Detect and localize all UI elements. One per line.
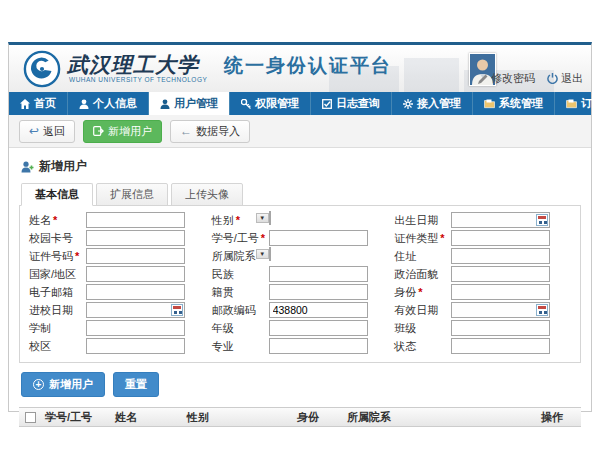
field-label: 进校日期 — [29, 304, 73, 316]
form-field-address: 住址 — [391, 247, 574, 265]
nav-item-subscription-management[interactable]: 订阅管理 — [554, 92, 600, 115]
nav-label: 权限管理 — [255, 96, 299, 111]
nav-item-home[interactable]: 首页 — [9, 92, 67, 115]
app-window: 武汉理工大学 WUHAN UNIVERSITY OF TECHNOLOGY 统一… — [8, 42, 592, 412]
id-type-input[interactable] — [451, 230, 550, 246]
status-input[interactable] — [451, 338, 550, 354]
form-field-class: 班级 — [391, 319, 574, 337]
tab-basic-info[interactable]: 基本信息 — [21, 183, 93, 206]
school-system-input[interactable] — [86, 320, 185, 336]
log-check-icon — [322, 99, 332, 109]
add-user-icon — [93, 126, 104, 136]
form-field-department: 所属院系 ▼ — [209, 247, 392, 265]
nav-label: 系统管理 — [499, 96, 543, 111]
address-input[interactable] — [451, 248, 550, 264]
field-label: 学制 — [29, 322, 51, 334]
required-asterisk: * — [261, 232, 265, 244]
toolbar: ↩ 返回 新增用户 ← 数据导入 — [9, 115, 591, 148]
power-icon — [547, 73, 558, 84]
home-icon — [20, 99, 30, 109]
field-label: 住址 — [394, 250, 416, 262]
student-id-input[interactable] — [269, 230, 368, 246]
campus-input[interactable] — [86, 338, 185, 354]
nav-item-access-management[interactable]: 接入管理 — [391, 92, 472, 115]
required-asterisk: * — [53, 214, 57, 226]
gear-icon — [403, 99, 413, 109]
col-name: 姓名 — [111, 410, 183, 425]
required-asterisk: * — [236, 214, 240, 226]
department-select[interactable]: ▼ — [269, 247, 271, 261]
form-field-birth-date: 出生日期 — [391, 211, 574, 229]
tab-upload-avatar[interactable]: 上传头像 — [171, 183, 243, 206]
skyline-watermark — [404, 58, 459, 92]
form-field-identity: 身份* — [391, 283, 574, 301]
identity-input[interactable] — [451, 284, 550, 300]
campus-card-input[interactable] — [86, 230, 185, 246]
content-panel: 新增用户 基本信息 扩展信息 上传头像 姓名* 性别* ▼ 出生日期 — [9, 148, 591, 411]
back-button[interactable]: ↩ 返回 — [19, 120, 75, 143]
nav-item-permission-management[interactable]: 权限管理 — [229, 92, 310, 115]
ethnicity-input[interactable] — [269, 266, 368, 282]
form-field-country: 国家/地区 — [26, 265, 209, 283]
grade-input[interactable] — [269, 320, 368, 336]
gender-select[interactable]: ▼ — [269, 211, 271, 225]
form-field-campus: 校区 — [26, 337, 209, 355]
form-field-grade: 年级 — [209, 319, 392, 337]
required-asterisk: * — [418, 286, 422, 298]
postcode-input[interactable] — [269, 302, 368, 318]
name-input[interactable] — [86, 212, 185, 228]
col-gender: 性别 — [183, 410, 293, 425]
calendar-icon[interactable] — [171, 304, 183, 316]
platform-title: 统一身份认证平台 — [224, 53, 392, 79]
form-field-school-system: 学制 — [26, 319, 209, 337]
nav-label: 日志查询 — [336, 96, 380, 111]
university-name-en: WUHAN UNIVERSITY OF TECHNOLOGY — [69, 76, 207, 83]
form-actions: + 新增用户 重置 — [21, 372, 581, 397]
nav-item-log-query[interactable]: 日志查询 — [310, 92, 391, 115]
tab-extended-info[interactable]: 扩展信息 — [96, 183, 168, 206]
field-label: 政治面貌 — [394, 268, 438, 280]
nav-item-user-management[interactable]: 用户管理 — [148, 92, 229, 115]
section-header: 新增用户 — [19, 155, 581, 182]
field-label: 籍贯 — [212, 286, 234, 298]
folder-icon — [484, 99, 495, 109]
change-password-link[interactable]: 修改密码 — [478, 71, 535, 86]
required-asterisk: * — [75, 250, 79, 262]
class-input[interactable] — [451, 320, 550, 336]
calendar-icon[interactable] — [536, 214, 548, 226]
field-label: 姓名 — [29, 214, 51, 226]
empty-table-body — [19, 427, 581, 442]
logout-link[interactable]: 退出 — [547, 71, 583, 86]
data-import-button[interactable]: ← 数据导入 — [170, 120, 250, 143]
section-title: 新增用户 — [39, 158, 87, 175]
university-logo-icon — [23, 50, 61, 92]
field-label: 班级 — [394, 322, 416, 334]
submit-add-user-button[interactable]: + 新增用户 — [21, 372, 105, 397]
key-icon — [241, 99, 251, 109]
add-user-label: 新增用户 — [108, 124, 152, 139]
add-user-toolbar-button[interactable]: 新增用户 — [83, 120, 162, 143]
major-input[interactable] — [269, 338, 368, 354]
id-number-input[interactable] — [86, 248, 185, 264]
page-header: 武汉理工大学 WUHAN UNIVERSITY OF TECHNOLOGY 统一… — [9, 45, 591, 92]
form-field-valid-date: 有效日期 — [391, 301, 574, 319]
calendar-icon[interactable] — [536, 304, 548, 316]
email-input[interactable] — [86, 284, 185, 300]
nav-item-system-management[interactable]: 系统管理 — [472, 92, 554, 115]
form-field-status: 状态 — [391, 337, 574, 355]
logout-label: 退出 — [561, 71, 583, 86]
nav-label: 个人信息 — [93, 96, 137, 111]
nav-label: 订阅管理 — [581, 96, 600, 111]
reset-button[interactable]: 重置 — [113, 372, 159, 397]
submit-label: 新增用户 — [49, 377, 93, 392]
country-input[interactable] — [86, 266, 185, 282]
nav-item-personal-info[interactable]: 个人信息 — [67, 92, 148, 115]
back-label: 返回 — [43, 124, 65, 139]
select-all-checkbox[interactable] — [25, 412, 36, 423]
political-status-input[interactable] — [451, 266, 550, 282]
native-place-input[interactable] — [269, 284, 368, 300]
form-field-major: 专业 — [209, 337, 392, 355]
folder-icon — [566, 99, 577, 109]
field-label: 证件类型 — [394, 232, 438, 244]
field-label: 证件号码 — [29, 250, 73, 262]
